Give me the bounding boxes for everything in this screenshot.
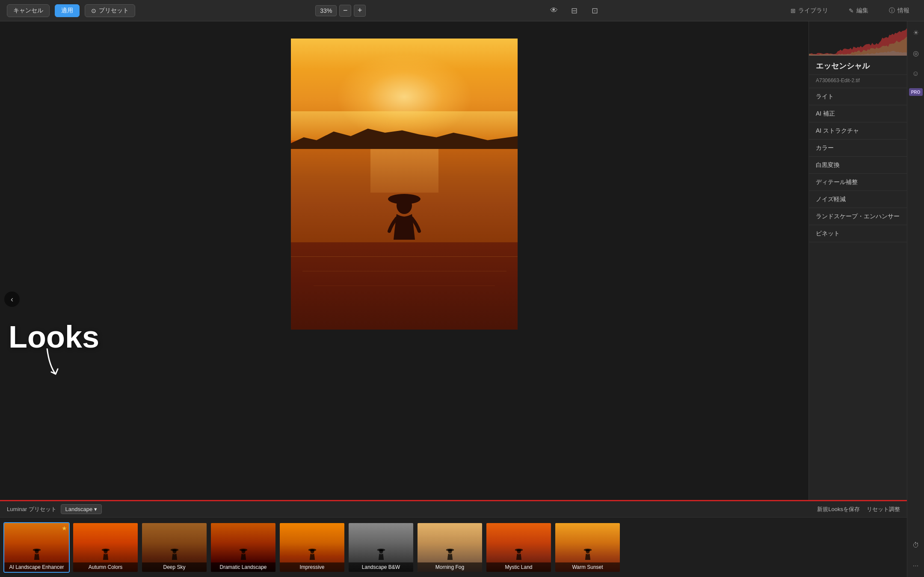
eye-icon-button[interactable]: 👁 bbox=[546, 3, 562, 18]
svg-point-20 bbox=[379, 550, 383, 554]
preset-label-deepsky: Deep Sky bbox=[142, 562, 207, 572]
sun-icon[interactable]: ☀ bbox=[910, 27, 922, 39]
preset-thumb-dramatic[interactable]: Dramatic Landscape bbox=[210, 522, 276, 573]
face-icon[interactable]: ☺ bbox=[910, 68, 922, 80]
preset-button[interactable]: ⊙ プリセット bbox=[85, 4, 135, 17]
main-photo bbox=[291, 39, 518, 330]
preset-label-ai: AI Landscape Enhancer bbox=[4, 562, 69, 572]
preset-thumb-mysticland[interactable]: Mystic Land bbox=[486, 522, 552, 573]
zoom-in-button[interactable]: + bbox=[354, 5, 366, 17]
star-icon: ★ bbox=[62, 525, 67, 532]
preset-tag[interactable]: Landscape ▾ bbox=[61, 504, 102, 514]
palette-icon[interactable]: ◎ bbox=[910, 47, 922, 59]
edit-tab[interactable]: ✎ 編集 bbox=[841, 3, 876, 18]
more-icon[interactable]: ··· bbox=[910, 560, 922, 572]
preset-label-bw: Landscape B&W bbox=[349, 562, 413, 572]
zoom-value[interactable]: 33% bbox=[315, 5, 337, 16]
svg-point-23 bbox=[448, 550, 452, 554]
apply-button[interactable]: 適用 bbox=[55, 4, 80, 17]
top-toolbar: キャンセル 適用 ⊙ プリセット 33% − + 👁 ⊟ ⊡ ⊞ ライブラリ ✎… bbox=[0, 0, 924, 21]
info-tab[interactable]: ⓘ 情報 bbox=[881, 3, 917, 18]
svg-point-8 bbox=[104, 550, 107, 554]
bottom-strip: Luminar プリセット Landscape ▾ 新規Looksを保存 リセッ… bbox=[0, 500, 907, 577]
main-area: ‹ Looks bbox=[0, 21, 924, 577]
svg-point-29 bbox=[586, 550, 589, 554]
zoom-control: 33% − + bbox=[315, 5, 366, 17]
panel-icons: ☀ ◎ ☺ PRO ⏱ ··· bbox=[907, 21, 924, 577]
preset-category-label: Luminar プリセット bbox=[7, 506, 56, 513]
svg-point-17 bbox=[310, 550, 314, 554]
edit-icon: ✎ bbox=[849, 7, 854, 14]
info-icon: ⓘ bbox=[889, 7, 895, 15]
preset-label-warmsunset: Warm Sunset bbox=[555, 562, 620, 572]
preset-label-mysticland: Mystic Land bbox=[486, 562, 551, 572]
preset-thumb-deepsky[interactable]: Deep Sky bbox=[141, 522, 207, 573]
preset-thumb-impressive[interactable]: Impressive bbox=[279, 522, 345, 573]
save-looks-button[interactable]: 新規Looksを保存 bbox=[817, 506, 860, 513]
looks-arrow bbox=[43, 348, 68, 384]
prev-button[interactable]: ‹ bbox=[4, 291, 20, 307]
history-icon[interactable]: ⏱ bbox=[910, 539, 922, 551]
bottom-toolbar: Luminar プリセット Landscape ▾ 新規Looksを保存 リセッ… bbox=[0, 501, 907, 518]
zoom-out-button[interactable]: − bbox=[339, 5, 351, 17]
preset-icon: ⊙ bbox=[91, 7, 96, 14]
preset-label-impressive: Impressive bbox=[280, 562, 344, 572]
cancel-button[interactable]: キャンセル bbox=[7, 4, 50, 17]
svg-point-5 bbox=[35, 550, 38, 554]
pro-badge[interactable]: PRO bbox=[909, 88, 923, 96]
svg-point-2 bbox=[397, 197, 412, 214]
preset-label-dramatic: Dramatic Landscape bbox=[211, 562, 275, 572]
preset-label-autumn: Autumn Colors bbox=[73, 562, 138, 572]
preset-thumb-warmsunset[interactable]: Warm Sunset bbox=[554, 522, 621, 573]
preset-thumb-morningfog[interactable]: Morning Fog bbox=[417, 522, 483, 573]
library-tab[interactable]: ⊞ ライブラリ bbox=[783, 3, 836, 18]
crop-button[interactable]: ⊡ bbox=[587, 3, 603, 18]
preset-thumb-bw[interactable]: Landscape B&W bbox=[348, 522, 414, 573]
preset-thumb-ai[interactable]: AI Landscape Enhancer★ bbox=[3, 522, 70, 573]
preset-label-morningfog: Morning Fog bbox=[418, 562, 482, 572]
svg-point-14 bbox=[241, 550, 245, 554]
split-view-button[interactable]: ⊟ bbox=[567, 3, 582, 18]
svg-point-11 bbox=[172, 550, 176, 554]
svg-point-26 bbox=[517, 550, 521, 554]
reset-button[interactable]: リセット調整 bbox=[867, 506, 900, 513]
canvas-area: ‹ Looks bbox=[0, 21, 808, 577]
photo-container bbox=[291, 39, 518, 330]
preset-thumb-autumn[interactable]: Autumn Colors bbox=[72, 522, 139, 573]
library-icon: ⊞ bbox=[791, 7, 796, 14]
presets-filmstrip: AI Landscape Enhancer★ Autumn Colors Dee… bbox=[0, 518, 907, 577]
chevron-down-icon: ▾ bbox=[94, 506, 97, 512]
